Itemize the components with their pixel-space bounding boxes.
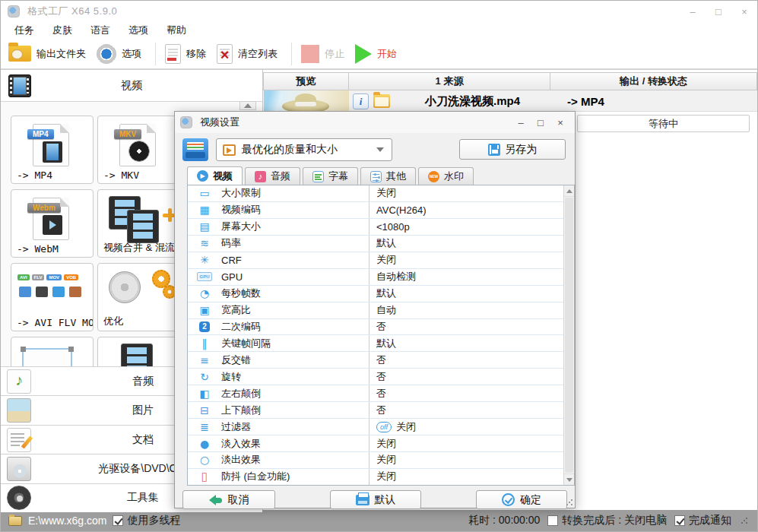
format-badge: MP4 <box>27 129 54 139</box>
notify-option[interactable]: 完成通知 <box>674 514 731 527</box>
remove-button[interactable]: 移除 <box>165 44 206 64</box>
stop-button[interactable]: 停止 <box>301 45 344 63</box>
column-source[interactable]: 1 来源 <box>349 72 550 90</box>
tab-subtitle[interactable]: 字幕 <box>303 167 358 185</box>
settings-value[interactable]: 默认 <box>369 236 563 252</box>
tab-audio[interactable]: ♪音频 <box>245 167 300 185</box>
column-preview[interactable]: 预览 <box>263 72 349 90</box>
settings-value-text: 否 <box>376 370 386 384</box>
sidebar-card-mkv[interactable]: MKV-> MKV <box>97 116 180 184</box>
sidebar-header-video[interactable]: 视频 <box>1 70 262 102</box>
settings-row[interactable]: ▦视频编码AVC(H264) <box>188 202 563 219</box>
settings-row[interactable]: ⊟上下颠倒否 <box>188 402 563 419</box>
sidebar-card-merge[interactable]: 视频合并 & 混流 <box>97 189 180 258</box>
settings-row[interactable]: ○淡出效果关闭 <box>188 452 563 469</box>
settings-row[interactable]: 2二次编码否 <box>188 319 563 336</box>
tab-label: 音频 <box>271 169 290 183</box>
settings-row[interactable]: ◔每秒帧数默认 <box>188 286 563 302</box>
settings-row[interactable]: ●淡入效果关闭 <box>188 435 563 452</box>
shutdown-after-option[interactable]: 转换完成后 : 关闭电脑 <box>547 514 667 527</box>
settings-value[interactable]: 否 <box>369 402 563 418</box>
multithread-option[interactable]: 使用多线程 <box>113 514 180 527</box>
tab-watermark[interactable]: NEW水印 <box>418 167 474 185</box>
sidebar-card-avi[interactable]: AVIFLVMOVVOB-> AVI FLV MOV Etc... <box>11 263 94 331</box>
settings-value[interactable]: 关闭 <box>369 435 563 451</box>
minimize-button[interactable]: – <box>680 6 706 17</box>
settings-value[interactable]: AVC(H264) <box>369 202 563 218</box>
settings-value[interactable]: 否 <box>369 369 563 385</box>
settings-value[interactable]: 默认 <box>369 335 563 351</box>
info-icon[interactable]: i <box>353 93 369 109</box>
settings-row[interactable]: ▤屏幕大小<1080p <box>188 219 563 236</box>
settings-row[interactable]: ↻旋转否 <box>188 369 563 385</box>
settings-value[interactable]: 否 <box>369 352 563 368</box>
default-button[interactable]: 默认 <box>330 490 421 509</box>
sidebar-card-webm[interactable]: Webm-> WebM <box>11 189 94 258</box>
settings-row[interactable]: ≣过滤器off关闭 <box>188 419 563 435</box>
column-output-state[interactable]: 输出 / 转换状态 <box>550 72 757 90</box>
sidebar-card-crop[interactable] <box>11 337 94 366</box>
settings-value[interactable]: 关闭 <box>369 185 563 201</box>
menu-item-4[interactable]: 选项 <box>128 24 148 37</box>
settings-value[interactable]: 自动 <box>369 302 563 318</box>
cards-scroll-up-button[interactable] <box>239 101 256 110</box>
settings-value[interactable]: 关闭 <box>369 252 563 268</box>
menu-item-5[interactable]: 帮助 <box>167 24 186 37</box>
tab-video[interactable]: ▶视频 <box>187 166 243 185</box>
menu-item-3[interactable]: 语言 <box>90 24 110 37</box>
settings-value[interactable]: 关闭 <box>369 469 563 485</box>
notify-checkbox[interactable] <box>674 515 685 526</box>
settings-value[interactable]: 默认 <box>369 286 563 302</box>
output-folder-button[interactable]: 输出文件夹 <box>8 46 86 62</box>
settings-value[interactable]: 关闭 <box>369 452 563 468</box>
sidebar-card-optimize[interactable]: 优化 <box>97 263 180 331</box>
menu-item-2[interactable]: 皮肤 <box>52 24 72 37</box>
output-path[interactable]: E:\www.x6g.com <box>28 515 106 527</box>
sidebar-card-clip[interactable] <box>97 337 180 366</box>
output-path-folder-icon[interactable] <box>8 516 22 526</box>
settings-row[interactable]: ◧左右颠倒否 <box>188 385 563 402</box>
settings-row[interactable]: ▣宽高比自动 <box>188 302 563 319</box>
profile-dropdown[interactable]: 最优化的质量和大小 <box>216 138 392 161</box>
scroll-up-arrow[interactable] <box>564 185 574 197</box>
dialog-resize-grip[interactable] <box>566 499 573 506</box>
clear-list-button[interactable]: × 清空列表 <box>217 44 278 64</box>
settings-value[interactable]: <1080p <box>369 219 563 235</box>
settings-value[interactable]: 自动检测 <box>369 269 563 285</box>
open-folder-icon[interactable] <box>373 94 390 108</box>
save-as-button[interactable]: 另存为 <box>459 139 566 160</box>
menu-item-1[interactable]: 任务 <box>14 24 34 37</box>
scroll-down-arrow[interactable] <box>564 473 574 485</box>
start-button[interactable]: 开始 <box>355 44 397 64</box>
settings-value[interactable]: off关闭 <box>369 419 563 435</box>
dialog-titlebar[interactable]: 视频设置 – □ × <box>175 112 575 133</box>
ok-button[interactable]: 确定 <box>476 490 567 509</box>
merge-card-icon <box>98 190 179 242</box>
window-resize-grip[interactable] <box>741 517 748 524</box>
settings-row[interactable]: ‖关键帧间隔默认 <box>188 335 563 352</box>
settings-scrollbar[interactable] <box>563 185 574 485</box>
close-button[interactable]: × <box>731 6 757 17</box>
dialog-maximize-button[interactable]: □ <box>531 117 550 128</box>
cancel-button[interactable]: 取消 <box>182 490 275 509</box>
dialog-minimize-button[interactable]: – <box>511 117 531 128</box>
settings-row[interactable]: ▯防抖 (白金功能)关闭 <box>188 469 563 485</box>
settings-row[interactable]: GPUGPU自动检测 <box>188 269 563 286</box>
settings-row[interactable]: ▭大小限制关闭 <box>188 185 563 202</box>
settings-row[interactable]: ≡反交错否 <box>188 352 563 369</box>
settings-value[interactable]: 否 <box>369 385 563 401</box>
settings-value[interactable]: 否 <box>369 319 563 335</box>
avi-card-icon: AVIFLVMOVVOB <box>11 264 93 315</box>
tab-other[interactable]: 其他 <box>360 167 416 185</box>
maximize-button[interactable]: □ <box>706 6 731 17</box>
sidebar-card-mp4[interactable]: MP4-> MP4 <box>11 116 94 184</box>
queue-row[interactable]: i 小刀洗澡视频.mp4 -> MP4 <box>263 90 757 112</box>
multithread-checkbox[interactable] <box>113 515 123 526</box>
dialog-close-button[interactable]: × <box>550 117 570 128</box>
settings-row[interactable]: ✳CRF关闭 <box>188 252 563 269</box>
scrollbar-thumb[interactable] <box>565 198 573 473</box>
settings-row[interactable]: ≋码率默认 <box>188 236 563 252</box>
off-toggle-icon[interactable]: off <box>376 422 392 432</box>
options-button[interactable]: 选项 <box>97 44 141 64</box>
shutdown-after-checkbox[interactable] <box>547 515 558 526</box>
